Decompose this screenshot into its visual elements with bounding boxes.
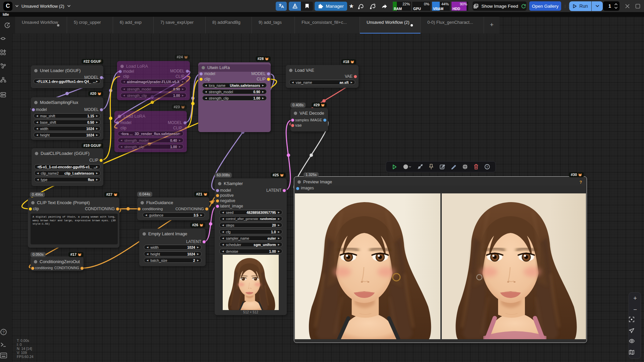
svg-text:?: ?	[2, 330, 4, 334]
svg-text:?: ?	[486, 165, 488, 169]
